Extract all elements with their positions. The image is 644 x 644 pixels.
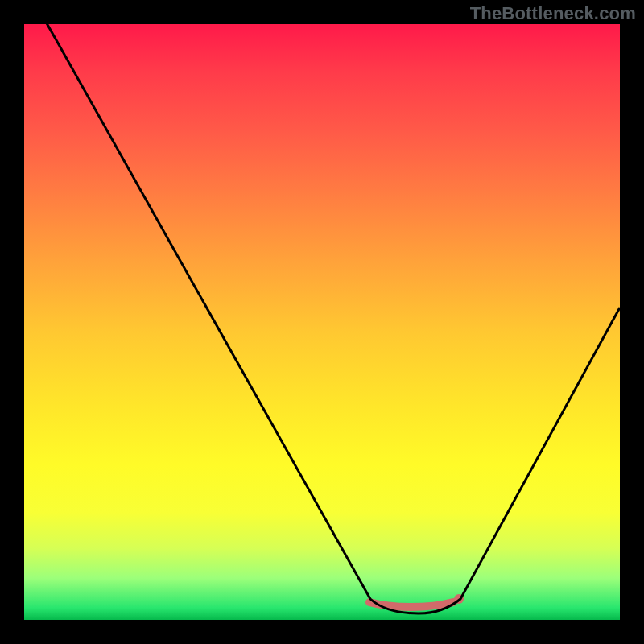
bottleneck-curve [24, 24, 620, 613]
attribution-text: TheBottleneck.com [470, 3, 636, 24]
gradient-plot-area [24, 24, 620, 620]
chart-frame: TheBottleneck.com [0, 0, 644, 644]
bottleneck-curve-svg [24, 24, 620, 620]
